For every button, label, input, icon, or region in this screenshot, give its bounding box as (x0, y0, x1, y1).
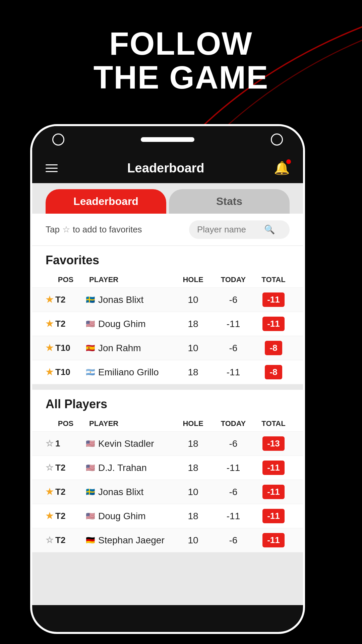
ap-star-4[interactable]: ☆ (46, 535, 53, 545)
ap-col-total: TOTAL (253, 419, 294, 428)
hamburger-line3 (46, 171, 58, 172)
fav-star-3[interactable]: ★ (46, 367, 53, 377)
ap-star-3[interactable]: ★ (46, 511, 53, 521)
favorites-table-header: POS PLAYER HOLE TODAY TOTAL (32, 272, 303, 288)
ap-col-hole: HOLE (173, 419, 213, 428)
all-players-section-title: All Players (32, 390, 303, 416)
fav-star-1[interactable]: ★ (46, 319, 53, 329)
favorites-row-3: ★ T10 🇦🇷 Emiliano Grillo 18 -11 -8 (32, 360, 303, 384)
phone-frame: Leaderboard 🔔 Leaderboard Stats Tap ☆ to… (30, 124, 305, 634)
favorites-hint-text: Tap ☆ to add to favorites (46, 224, 142, 235)
tabs-row: Leaderboard Stats (32, 183, 303, 214)
tab-stats[interactable]: Stats (169, 189, 290, 214)
headline-line2: THE GAME (94, 59, 269, 95)
search-icon: 🔍 (264, 224, 275, 235)
all-players-row-4: ☆ T2 🇩🇪 Stephan Jaeger 10 -6 -11 (32, 528, 303, 552)
favorites-row-2: ★ T10 🇪🇸 Jon Rahm 10 -6 -8 (32, 336, 303, 360)
ap-star-2[interactable]: ★ (46, 487, 53, 497)
favorites-row-1: ★ T2 🇺🇸 Doug Ghim 18 -11 -11 (32, 312, 303, 336)
section-divider (32, 384, 303, 390)
all-players-table: POS PLAYER HOLE TODAY TOTAL ☆ 1 🇺🇸 Kevin… (32, 416, 303, 552)
col-player: PLAYER (86, 275, 173, 284)
ap-col-player: PLAYER (86, 419, 173, 428)
ap-star-0[interactable]: ☆ (46, 438, 53, 449)
hamburger-line1 (46, 164, 58, 165)
favorites-row-0: ★ T2 🇸🇪 Jonas Blixt 10 -6 -11 (32, 288, 303, 312)
ap-flag-0: 🇺🇸 (86, 439, 95, 448)
search-input[interactable] (197, 224, 261, 235)
all-players-table-header: POS PLAYER HOLE TODAY TOTAL (32, 416, 303, 432)
col-today: TODAY (213, 275, 253, 284)
fav-star-0[interactable]: ★ (46, 294, 53, 305)
hero-header: FOLLOW THE GAME (0, 27, 362, 95)
col-total: TOTAL (253, 275, 294, 284)
headline-line1: FOLLOW (109, 25, 253, 61)
phone-status-bar (32, 126, 303, 153)
flag-2: 🇪🇸 (86, 344, 95, 353)
phone-notch (141, 137, 194, 142)
ap-flag-1: 🇺🇸 (86, 464, 95, 472)
app-header: Leaderboard 🔔 (32, 153, 303, 183)
app-content: Leaderboard Stats Tap ☆ to add to favori… (32, 183, 303, 605)
search-box[interactable]: 🔍 (189, 220, 290, 239)
tab-leaderboard[interactable]: Leaderboard (46, 189, 166, 214)
hamburger-line2 (46, 168, 58, 169)
ap-col-pos: POS (46, 419, 86, 428)
col-hole: HOLE (173, 275, 213, 284)
ap-star-1[interactable]: ☆ (46, 463, 53, 473)
notifications-button[interactable]: 🔔 (274, 161, 290, 175)
notification-badge (286, 159, 291, 164)
all-players-row-3: ★ T2 🇺🇸 Doug Ghim 18 -11 -11 (32, 504, 303, 528)
all-players-row-0: ☆ 1 🇺🇸 Kevin Stadler 18 -6 -13 (32, 432, 303, 456)
all-players-row-1: ☆ T2 🇺🇸 D.J. Trahan 18 -11 -11 (32, 456, 303, 480)
flag-1: 🇺🇸 (86, 320, 95, 328)
favorites-section-title: Favorites (32, 246, 303, 272)
col-pos: POS (46, 275, 86, 284)
flag-3: 🇦🇷 (86, 368, 95, 377)
phone-camera-left (52, 133, 64, 146)
ap-flag-2: 🇸🇪 (86, 488, 95, 496)
ap-col-today: TODAY (213, 419, 253, 428)
phone-camera-right (271, 133, 283, 146)
app-title: Leaderboard (127, 161, 204, 175)
ap-flag-4: 🇩🇪 (86, 536, 95, 545)
search-row: Tap ☆ to add to favorites 🔍 (32, 214, 303, 246)
all-players-row-2: ★ T2 🇸🇪 Jonas Blixt 10 -6 -11 (32, 480, 303, 504)
flag-0: 🇸🇪 (86, 296, 95, 304)
favorites-table: POS PLAYER HOLE TODAY TOTAL ★ T2 🇸🇪 Jona… (32, 272, 303, 384)
menu-button[interactable] (46, 164, 58, 172)
fav-star-2[interactable]: ★ (46, 343, 53, 353)
star-hint-icon: ☆ (62, 224, 70, 235)
ap-flag-3: 🇺🇸 (86, 512, 95, 521)
